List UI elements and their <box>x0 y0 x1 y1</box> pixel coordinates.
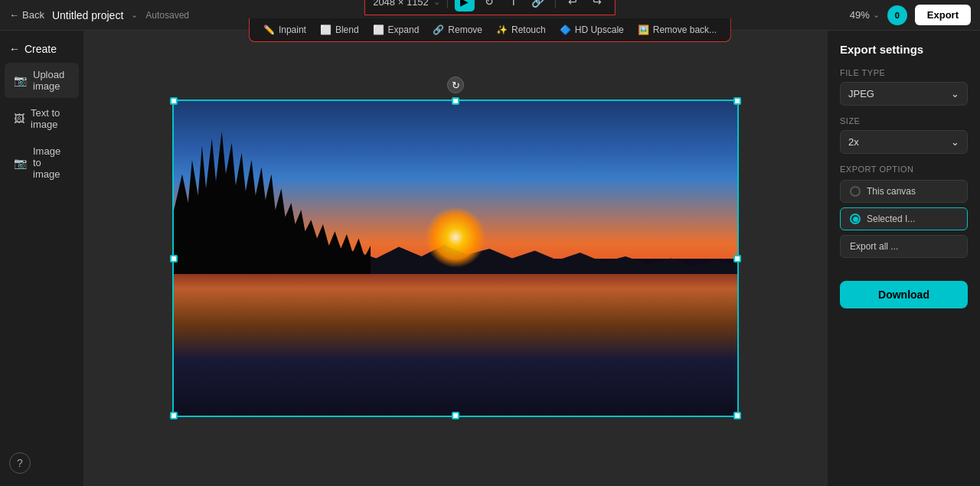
remove-icon: 🔗 <box>433 24 444 35</box>
center-toolbar: 2048 × 1152 ⌄ ▶ ↻ T 🔗 ↩ ↪ ✏️ Inpaint ⬜ B… <box>249 0 731 42</box>
zoom-chevron-icon: ⌄ <box>873 10 880 20</box>
zoom-control[interactable]: 49% ⌄ <box>850 9 880 21</box>
create-header[interactable]: ← Create <box>0 37 83 61</box>
hd-upscale-icon: 🔷 <box>560 24 571 35</box>
export-settings-panel: Export settings File type JPEG ⌄ Size 2x… <box>827 31 980 486</box>
download-button[interactable]: Download <box>840 281 968 308</box>
remove-button[interactable]: 🔗 Remove <box>426 21 488 38</box>
this-canvas-radio <box>850 186 861 197</box>
dimension-chevron-icon[interactable]: ⌄ <box>433 0 440 7</box>
redo-button[interactable]: ↪ <box>587 0 607 11</box>
sun-glow <box>425 207 486 268</box>
canvas-container: ↻ <box>172 99 739 417</box>
left-sidebar: ← Create 📷 Upload image 🖼 Text to image … <box>0 31 84 486</box>
image-to-image-icon: 📷 <box>14 157 27 169</box>
upload-image-label: Upload image <box>33 69 70 92</box>
file-type-label: File type <box>840 68 968 77</box>
undo-button[interactable]: ↩ <box>563 0 583 11</box>
text-to-image-label: Text to image <box>31 107 70 130</box>
export-all-button[interactable]: Export all ... <box>840 235 968 258</box>
size-section: Size 2x ⌄ <box>840 116 968 154</box>
back-button[interactable]: ← Back <box>9 9 44 21</box>
main-area: ← Create 📷 Upload image 🖼 Text to image … <box>0 31 980 486</box>
image-to-image-label: Image to image <box>33 145 70 180</box>
export-panel-title: Export settings <box>840 43 968 56</box>
sidebar-item-image-to-image[interactable]: 📷 Image to image <box>5 139 79 186</box>
user-avatar: 0 <box>887 5 907 25</box>
expand-icon: ⬜ <box>373 24 384 35</box>
help-button[interactable]: ? <box>9 452 31 474</box>
water-reflection <box>172 274 739 417</box>
select-tool-button[interactable]: ▶ <box>455 0 475 11</box>
file-type-chevron-icon: ⌄ <box>951 88 959 99</box>
canvas-area[interactable]: ↻ <box>84 31 827 486</box>
toolbar-top-row: 2048 × 1152 ⌄ ▶ ↻ T 🔗 ↩ ↪ <box>364 0 616 15</box>
inpaint-icon: ✏️ <box>263 24 275 35</box>
trees-silhouette <box>172 132 371 275</box>
export-option-label: Export option <box>840 165 968 174</box>
toolbar-separator <box>447 0 448 8</box>
text-to-image-icon: 🖼 <box>14 113 24 125</box>
back-label: Back <box>22 9 44 21</box>
rotate-tool-button[interactable]: ↻ <box>479 0 499 11</box>
this-canvas-button[interactable]: This canvas <box>840 180 968 203</box>
autosaved-label: Autosaved <box>145 10 189 21</box>
file-type-select[interactable]: JPEG ⌄ <box>840 82 968 106</box>
file-type-value: JPEG <box>848 88 874 99</box>
remove-bg-icon: 🖼️ <box>638 24 649 35</box>
selected-layer-label: Selected I... <box>867 214 915 224</box>
size-select[interactable]: 2x ⌄ <box>840 130 968 154</box>
zoom-level: 49% <box>850 9 870 21</box>
blend-button[interactable]: ⬜ Blend <box>314 21 365 38</box>
sidebar-item-text-to-image[interactable]: 🖼 Text to image <box>5 101 79 136</box>
back-create-icon: ← <box>9 43 20 55</box>
export-option-section: Export option This canvas Selected I... … <box>840 165 968 258</box>
toolbar-separator-2 <box>555 0 556 8</box>
file-type-section: File type JPEG ⌄ <box>840 68 968 106</box>
export-button[interactable]: Export <box>915 5 971 25</box>
canvas-image[interactable] <box>172 99 739 417</box>
blend-icon: ⬜ <box>320 24 332 35</box>
back-arrow-icon: ← <box>9 9 19 21</box>
remove-bg-button[interactable]: 🖼️ Remove back... <box>632 21 723 38</box>
topbar: ← Back Untitled project ⌄ Autosaved 2048… <box>0 0 980 31</box>
upload-image-icon: 📷 <box>14 74 27 86</box>
retouch-icon: ✨ <box>496 24 508 35</box>
radio-dot <box>853 217 858 222</box>
expand-button[interactable]: ⬜ Expand <box>367 21 426 38</box>
size-chevron-icon: ⌄ <box>951 136 959 148</box>
size-label: Size <box>840 116 968 126</box>
topbar-right: 49% ⌄ 0 Export <box>850 5 971 25</box>
link-tool-button[interactable]: 🔗 <box>528 0 548 11</box>
create-label: Create <box>24 43 57 55</box>
selected-layer-radio <box>850 214 861 224</box>
sidebar-bottom: ? <box>0 446 83 480</box>
size-value: 2x <box>848 136 859 148</box>
toolbar-bottom-row: ✏️ Inpaint ⬜ Blend ⬜ Expand 🔗 Remove ✨ R… <box>249 18 731 42</box>
inpaint-button[interactable]: ✏️ Inpaint <box>257 21 312 38</box>
project-name[interactable]: Untitled project <box>52 9 123 21</box>
dimensions-label: 2048 × 1152 <box>373 0 429 8</box>
hd-upscale-button[interactable]: 🔷 HD Upscale <box>554 21 630 38</box>
export-options-group: This canvas Selected I... <box>840 180 968 230</box>
text-tool-button[interactable]: T <box>504 0 524 11</box>
retouch-button[interactable]: ✨ Retouch <box>490 21 552 38</box>
selected-layer-button[interactable]: Selected I... <box>840 207 968 230</box>
this-canvas-label: This canvas <box>867 186 916 197</box>
project-chevron-icon[interactable]: ⌄ <box>131 10 138 20</box>
sidebar-item-upload-image[interactable]: 📷 Upload image <box>5 63 79 98</box>
rotate-icon: ↻ <box>452 80 460 91</box>
rotate-handle[interactable]: ↻ <box>447 77 464 93</box>
topbar-left: ← Back Untitled project ⌄ Autosaved <box>9 9 189 21</box>
